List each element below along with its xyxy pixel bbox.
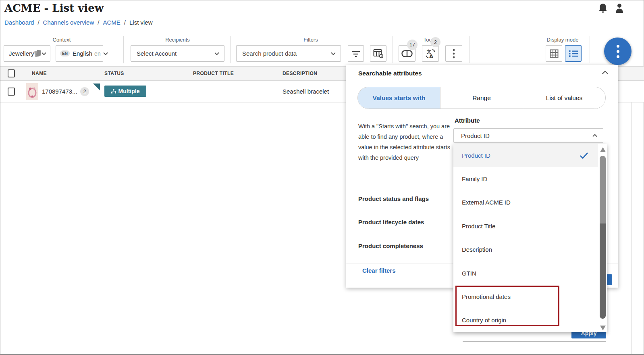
list-view-button[interactable] [565, 45, 582, 62]
attribute-option-gtin[interactable]: GTIN [453, 261, 598, 285]
product-search-select[interactable]: Search product data [236, 45, 341, 62]
breadcrumb-current: List view [129, 19, 153, 26]
toolbar-divider [590, 36, 590, 63]
toolbar-divider [230, 36, 231, 63]
product-search-value: Search product data [242, 50, 297, 57]
column-settings-button[interactable] [370, 45, 386, 62]
breadcrumb-channels-overview[interactable]: Channels overview [43, 19, 94, 26]
chevron-down-icon [214, 52, 219, 55]
row-checkbox[interactable] [8, 88, 15, 96]
toolbar-divider [469, 36, 469, 63]
section-product-lifecycle-dates[interactable]: Product lifecycle dates [358, 219, 424, 226]
attribute-select[interactable]: Product ID [453, 128, 603, 143]
content-right-border [631, 66, 632, 354]
more-tools-button[interactable] [445, 45, 462, 62]
account-select-value: Select Account [137, 50, 177, 57]
chevron-down-icon [42, 52, 46, 55]
compare-toggle-icon [401, 50, 413, 57]
floating-actions-button[interactable] [604, 38, 632, 65]
channel-select-value: Jewellery [9, 50, 34, 57]
context-group-label: Context [4, 37, 120, 43]
breadcrumb-separator: / [37, 19, 39, 26]
user-profile-icon[interactable] [615, 3, 624, 14]
scrollbar-down-arrow-icon[interactable] [600, 326, 606, 330]
list-view-icon [569, 50, 578, 58]
status-badge-label: Multiple [118, 88, 140, 94]
multiple-status-icon [111, 89, 116, 94]
chevron-down-icon [103, 52, 108, 55]
search-mode-tabs: Values starts with Range List of values [357, 87, 606, 109]
breadcrumb-separator: / [98, 19, 99, 26]
column-header-name[interactable]: NAME [32, 71, 47, 76]
kebab-menu-icon [453, 49, 455, 58]
scrollbar-thumb-lower[interactable] [600, 223, 606, 319]
svg-text:A: A [429, 53, 433, 59]
translate-count-badge: 2 [430, 37, 440, 47]
translate-button[interactable]: 文 A [422, 45, 439, 62]
language-select-value: English [73, 50, 92, 57]
grid-view-icon [550, 49, 559, 58]
annotation-highlight-box [455, 286, 559, 326]
dropdown-scrollbar[interactable] [599, 144, 607, 332]
column-header-status[interactable]: STATUS [104, 71, 124, 76]
chevron-up-icon [592, 134, 597, 137]
fab-dots-icon [617, 45, 619, 48]
account-select[interactable]: Select Account [131, 45, 224, 62]
attribute-option-description[interactable]: Description [453, 238, 598, 261]
scrollbar-thumb-upper[interactable] [600, 156, 606, 223]
channel-select[interactable]: Jewellery [4, 45, 50, 62]
tab-values-starts-with[interactable]: Values starts with [358, 87, 440, 109]
product-description: Seashell bracelet [283, 88, 329, 95]
select-all-checkbox[interactable] [8, 69, 15, 77]
language-select[interactable]: EN English en [56, 45, 103, 62]
breadcrumb-dashboard[interactable]: Dashboard [4, 19, 34, 26]
app-window: ACME - List view Dashboard / Channels ov… [0, 0, 644, 355]
variant-count-badge: 2 [80, 87, 89, 96]
chevron-down-icon [331, 52, 336, 55]
column-header-product-title[interactable]: PRODUCT TITLE [193, 71, 234, 76]
compare-count-badge: 17 [407, 40, 418, 50]
section-product-completeness[interactable]: Product completeness [358, 242, 423, 249]
tools-group-label: Tools [397, 37, 462, 43]
scrollbar-up-arrow-icon[interactable] [600, 147, 606, 152]
clear-filters-link[interactable]: Clear filters [362, 267, 396, 274]
page-title: ACME - List view [4, 2, 104, 14]
column-header-description[interactable]: DESCRIPTION [283, 71, 317, 76]
tab-range[interactable]: Range [440, 87, 523, 109]
table-columns-gear-icon [373, 49, 384, 58]
filter-list-icon [351, 50, 360, 57]
attribute-select-value: Product ID [461, 132, 490, 139]
search-mode-description: With a "Starts with" search, you are abl… [358, 121, 456, 163]
attribute-option-product-title[interactable]: Product Title [453, 214, 598, 238]
breadcrumb: Dashboard / Channels overview / ACME / L… [4, 19, 153, 26]
breadcrumb-acme[interactable]: ACME [103, 19, 120, 26]
display-mode-group-label: Display mode [540, 37, 585, 43]
translate-icon: 文 A [425, 48, 436, 59]
collapse-panel-icon[interactable] [602, 71, 609, 75]
section-product-status-and-flags[interactable]: Product status and flags [358, 195, 429, 202]
language-code-badge: EN [60, 50, 70, 56]
filters-group-label: Filters [236, 37, 385, 43]
recipients-group-label: Recipients [131, 37, 224, 43]
row-corner-flag [93, 84, 100, 90]
attribute-option-family-id[interactable]: Family ID [453, 167, 598, 190]
attribute-field-label: Attribute [455, 117, 480, 124]
panel-title: Searchable attributes [358, 70, 422, 77]
breadcrumb-separator: / [124, 19, 126, 26]
filter-list-button[interactable] [348, 45, 364, 62]
attribute-option-external-acme-id[interactable]: External ACME ID [453, 191, 598, 214]
language-code-suffix: en [94, 50, 101, 57]
toolbar-divider [123, 36, 124, 63]
product-thumbnail[interactable] [26, 83, 38, 100]
query-input-underline [463, 341, 606, 342]
notifications-bell-icon[interactable] [598, 3, 608, 14]
status-badge: Multiple [104, 86, 146, 97]
grid-view-button[interactable] [546, 45, 562, 62]
channel-cards-icon [34, 49, 42, 58]
toolbar-divider [393, 36, 393, 63]
product-name[interactable]: 170897473... [42, 88, 77, 95]
tab-list-of-values[interactable]: List of values [523, 87, 605, 109]
selected-check-icon [580, 152, 588, 159]
attribute-option-product-id[interactable]: Product ID [453, 144, 598, 167]
